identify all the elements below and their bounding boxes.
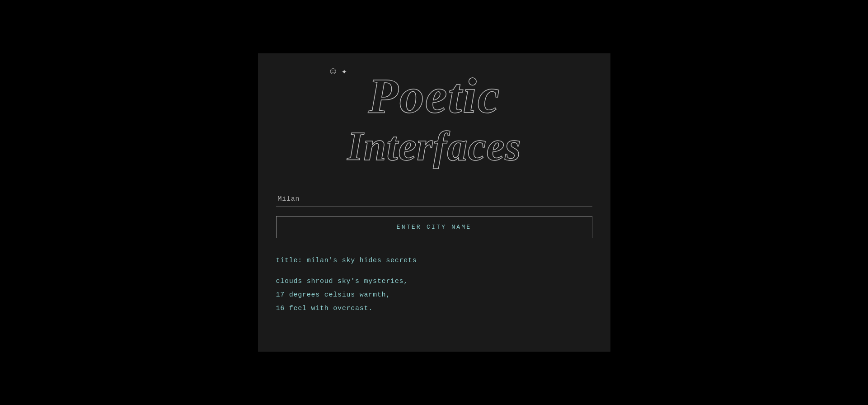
poem-line-1: clouds shroud sky's mysteries, — [276, 275, 592, 288]
poem-body: clouds shroud sky's mysteries, 17 degree… — [276, 275, 592, 316]
main-panel: ☺ ✦ .title-text { font-family: 'Times Ne… — [258, 53, 610, 352]
svg-text:Poetic: Poetic — [367, 70, 500, 123]
poem-title: title: milan's sky hides secrets — [276, 254, 592, 267]
input-section — [276, 192, 592, 207]
enter-city-button[interactable]: ENTER CITY NAME — [276, 216, 592, 238]
poem-line-2: 17 degrees celsius warmth, — [276, 288, 592, 302]
title-container: .title-text { font-family: 'Times New Ro… — [276, 70, 592, 178]
svg-text:Interfaces: Interfaces — [347, 124, 521, 169]
poem-section: title: milan's sky hides secrets clouds … — [276, 254, 592, 316]
poem-line-3: 16 feel with overcast. — [276, 302, 592, 316]
city-input[interactable] — [276, 192, 592, 207]
app-title-svg: .title-text { font-family: 'Times New Ro… — [317, 70, 552, 178]
